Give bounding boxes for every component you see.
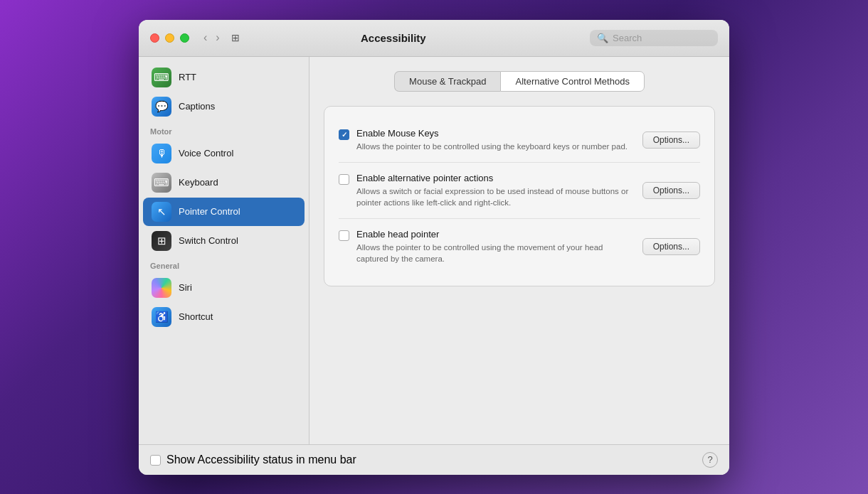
- setting-row-head-pointer: Enable head pointer Allows the pointer t…: [339, 219, 700, 274]
- sidebar-item-pointer-control[interactable]: ↖ Pointer Control: [143, 198, 305, 226]
- sidebar-label-captions: Captions: [179, 101, 215, 112]
- sidebar-label-voice-control: Voice Control: [179, 148, 233, 159]
- titlebar: ‹ › ⊞ Accessibility 🔍: [139, 20, 729, 57]
- alt-pointer-options-button[interactable]: Options...: [642, 182, 700, 199]
- settings-panel: Enable Mouse Keys Allows the pointer to …: [324, 106, 715, 286]
- sidebar-item-captions[interactable]: 💬 Captions: [143, 92, 305, 121]
- setting-row-mouse-keys: Enable Mouse Keys Allows the pointer to …: [339, 118, 700, 163]
- sidebar-item-switch-control[interactable]: ⊞ Switch Control: [143, 227, 305, 255]
- alt-pointer-checkbox[interactable]: [339, 174, 349, 185]
- sidebar-label-pointer-control: Pointer Control: [179, 206, 240, 217]
- minimize-button[interactable]: [165, 33, 174, 43]
- sidebar-item-keyboard[interactable]: ⌨ Keyboard: [143, 168, 305, 197]
- sidebar-label-switch-control: Switch Control: [179, 235, 238, 246]
- bottom-bar: Show Accessibility status in menu bar ?: [139, 444, 729, 475]
- alt-pointer-text: Enable alternative pointer actions Allow…: [356, 173, 634, 208]
- tab-mouse-trackpad[interactable]: Mouse & Trackpad: [394, 71, 500, 92]
- setting-row-alt-pointer: Enable alternative pointer actions Allow…: [339, 163, 700, 219]
- head-pointer-checkbox[interactable]: [339, 230, 349, 241]
- head-pointer-text: Enable head pointer Allows the pointer t…: [356, 229, 634, 264]
- voice-control-icon: 🎙: [152, 144, 171, 163]
- close-button[interactable]: [150, 33, 159, 43]
- search-input[interactable]: [613, 33, 711, 43]
- head-pointer-options-button[interactable]: Options...: [642, 238, 700, 255]
- rtt-icon: ⌨: [152, 68, 171, 87]
- sidebar-label-keyboard: Keyboard: [179, 177, 218, 188]
- sidebar: ⌨ RTT 💬 Captions Motor 🎙 Voice Control: [139, 57, 309, 444]
- shortcut-icon: ♿: [152, 307, 171, 327]
- siri-icon: [152, 278, 171, 298]
- search-icon: 🔍: [597, 33, 608, 43]
- keyboard-icon: ⌨: [152, 173, 171, 193]
- mouse-keys-checkbox-wrapper: Enable Mouse Keys Allows the pointer to …: [339, 128, 634, 152]
- maximize-button[interactable]: [180, 33, 189, 43]
- sidebar-label-rtt: RTT: [179, 72, 196, 82]
- main-window: ‹ › ⊞ Accessibility 🔍 ⌨ RTT 💬: [139, 20, 729, 475]
- mouse-keys-desc: Allows the pointer to be controlled usin…: [356, 141, 634, 152]
- mouse-keys-title: Enable Mouse Keys: [356, 128, 634, 139]
- sidebar-item-siri[interactable]: Siri: [143, 274, 305, 302]
- sidebar-item-shortcut[interactable]: ♿ Shortcut: [143, 303, 305, 331]
- section-motor: Motor: [139, 122, 309, 139]
- sidebar-label-shortcut: Shortcut: [179, 311, 213, 322]
- section-general: General: [139, 256, 309, 273]
- content-area: ⌨ RTT 💬 Captions Motor 🎙 Voice Control: [139, 57, 729, 444]
- status-bar-label: Show Accessibility status in menu bar: [166, 453, 356, 466]
- mouse-keys-checkbox[interactable]: [339, 129, 349, 140]
- status-bar-checkbox-row: Show Accessibility status in menu bar: [150, 453, 356, 466]
- help-button[interactable]: ?: [702, 452, 718, 468]
- sidebar-item-voice-control[interactable]: 🎙 Voice Control: [143, 139, 305, 168]
- tab-bar: Mouse & Trackpad Alternative Control Met…: [394, 71, 645, 92]
- captions-icon: 💬: [152, 97, 171, 117]
- head-pointer-title: Enable head pointer: [356, 229, 634, 240]
- main-panel: Mouse & Trackpad Alternative Control Met…: [309, 57, 729, 444]
- head-pointer-desc: Allows the pointer to be controlled usin…: [356, 242, 634, 264]
- window-title: Accessibility: [197, 32, 590, 44]
- sidebar-item-rtt[interactable]: ⌨ RTT: [143, 63, 305, 92]
- switch-control-icon: ⊞: [152, 231, 171, 251]
- alt-pointer-title: Enable alternative pointer actions: [356, 173, 634, 183]
- search-box[interactable]: 🔍: [590, 30, 718, 46]
- sidebar-label-siri: Siri: [179, 282, 192, 293]
- head-pointer-checkbox-wrapper: Enable head pointer Allows the pointer t…: [339, 229, 634, 264]
- traffic-lights: [150, 33, 189, 43]
- pointer-control-icon: ↖: [152, 202, 171, 222]
- mouse-keys-text: Enable Mouse Keys Allows the pointer to …: [356, 128, 634, 152]
- alt-pointer-checkbox-wrapper: Enable alternative pointer actions Allow…: [339, 173, 634, 208]
- status-bar-checkbox[interactable]: [150, 455, 161, 466]
- mouse-keys-options-button[interactable]: Options...: [642, 131, 700, 149]
- alt-pointer-desc: Allows a switch or facial expression to …: [356, 186, 634, 208]
- tab-alternative-control[interactable]: Alternative Control Methods: [500, 71, 644, 92]
